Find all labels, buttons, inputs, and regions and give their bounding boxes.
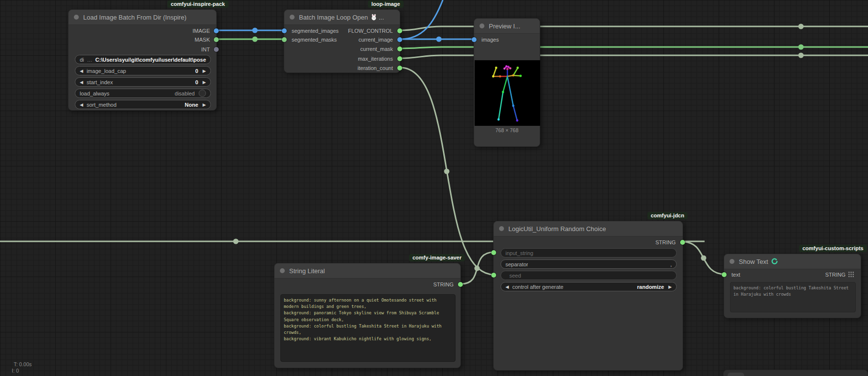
widget-label: load_always [80, 91, 110, 96]
output-slot-max-iterations[interactable] [397, 56, 402, 61]
node-title-bar[interactable]: Batch Image Loop Open ... [284, 10, 400, 25]
node-title: LogicUtil_Uniform Random Choice [508, 225, 606, 233]
input-label-images: images [481, 37, 499, 43]
node-logicutil-uniform-random-choice[interactable]: LogicUtil_Uniform Random Choice STRING i… [493, 221, 683, 371]
widget-value: C:\Users\syui\git\comfyui\user\default\p… [95, 57, 206, 63]
node-pack-badge: loop-image [368, 0, 404, 8]
output-slot-flow-control[interactable] [397, 28, 402, 33]
widget-seed[interactable]: seed [501, 271, 677, 280]
input-slot-text[interactable] [722, 272, 727, 277]
pysssss-snake-icon [771, 258, 778, 265]
node-title-bar[interactable]: String Literal [274, 263, 460, 279]
widget-control-after-generate[interactable]: ◀ control after generate randomize ▶ [501, 282, 677, 291]
show-text-textarea[interactable]: background: colorful bustling Takeshita … [730, 282, 856, 312]
increment-arrow-icon[interactable]: ▶ [203, 69, 206, 73]
collapse-dot-icon[interactable] [730, 259, 734, 264]
widget-label: dire [80, 57, 84, 63]
prev-arrow-icon[interactable]: ◀ [80, 102, 83, 107]
output-slot-iteration-count[interactable] [397, 66, 402, 70]
node-batch-image-loop-open[interactable]: Batch Image Loop Open ... segmented_imag… [284, 9, 400, 73]
node-title: String Literal [289, 267, 325, 275]
widget-label: seed [509, 273, 521, 279]
prev-arrow-icon[interactable]: ◀ [505, 284, 509, 289]
output-label-mask: MASK [195, 37, 210, 43]
input-label-text: text [731, 272, 740, 278]
input-slot-images[interactable] [472, 37, 477, 42]
output-slot-int[interactable] [214, 47, 219, 52]
decrement-arrow-icon[interactable]: ◀ [80, 80, 83, 85]
node-load-image-batch[interactable]: Load Image Batch From Dir (Inspire) IMAG… [68, 9, 217, 111]
widget-value: 0 [195, 68, 198, 74]
widget-label: control after generate [512, 284, 564, 290]
collapse-dot-icon[interactable] [74, 15, 79, 20]
widget-directory[interactable]: dire … C:\Users\syui\git\comfyui\user\de… [75, 55, 211, 64]
pose-skeleton-image [475, 60, 540, 126]
node-title-bar[interactable]: Preview I... [474, 19, 540, 34]
output-slot-mask[interactable] [214, 37, 219, 42]
output-label-string: STRING [433, 282, 454, 287]
node-string-literal[interactable]: String Literal STRING background: sunny … [274, 263, 461, 368]
output-label-string: STRING [655, 239, 676, 245]
node-title-bar[interactable]: Show Text [724, 254, 861, 269]
node-partial-offscreen[interactable] [723, 370, 868, 376]
widget-label: separator [505, 261, 528, 267]
image-resolution-caption: 768 × 768 [474, 127, 540, 133]
output-label-max-iterations: max_iterations [358, 56, 393, 62]
node-title-bar[interactable]: Load Image Batch From Dir (Inspire) [69, 10, 216, 25]
widget-value: 0 [195, 79, 198, 85]
output-slot-string[interactable] [680, 240, 685, 245]
input-slot-segmented-masks[interactable] [282, 37, 287, 42]
collapse-dot-icon[interactable] [499, 226, 504, 231]
widget-sort-method[interactable]: ◀ sort_method None ▶ [75, 100, 211, 109]
toggle-icon[interactable] [199, 90, 206, 97]
widget-image-load-cap[interactable]: ◀ image_load_cap 0 ▶ [75, 66, 211, 75]
node-title: Show Text [739, 258, 768, 265]
widget-value: disabled [175, 91, 195, 96]
widget-label: input_string [505, 250, 533, 256]
node-title: Load Image Batch From Dir (Inspire) [83, 14, 186, 21]
widget-load-always[interactable]: load_always disabled [75, 89, 211, 98]
input-label-segmented-images: segmented_images [292, 28, 339, 34]
node-title-bar[interactable]: LogicUtil_Uniform Random Choice [494, 221, 683, 236]
status-execution-time: T: 0.00s [14, 361, 32, 367]
widget-value: , [670, 261, 672, 267]
widget-label: sort_method [87, 102, 116, 108]
next-arrow-icon[interactable]: ▶ [203, 102, 206, 107]
input-slot-segmented-images[interactable] [282, 28, 287, 33]
collapse-dot-icon[interactable] [280, 268, 285, 273]
widget-value: randomize [637, 284, 664, 290]
output-label-int: INT [201, 47, 210, 52]
node-pack-badge: comfyui-inspire-pack [167, 0, 228, 8]
output-label-string: STRING [825, 272, 854, 278]
node-title-suffix: ... [379, 14, 384, 21]
output-label-current-image: current_image [359, 37, 393, 43]
rabbit-icon [370, 14, 377, 21]
output-label-iteration-count: iteration_count [358, 65, 393, 71]
node-title: Preview I... [489, 23, 520, 30]
widget-start-index[interactable]: ◀ start_index 0 ▶ [75, 77, 211, 87]
output-label-flow-control: FLOW_CONTROL [348, 28, 393, 34]
widget-label: start_index [87, 79, 113, 85]
increment-arrow-icon[interactable]: ▶ [203, 80, 206, 85]
collapse-dot-icon[interactable] [480, 24, 484, 28]
widget-separator[interactable]: separator , [501, 259, 677, 269]
node-pack-badge: comfyui-jdcn [647, 212, 687, 219]
decrement-arrow-icon[interactable]: ◀ [80, 69, 83, 73]
node-show-text[interactable]: Show Text text STRING background: colorf… [724, 254, 861, 318]
input-slot-input-string[interactable] [491, 250, 496, 255]
collapse-dot-icon[interactable] [290, 15, 295, 20]
node-title: Batch Image Loop Open [299, 14, 368, 21]
input-slot-seed[interactable] [491, 273, 496, 278]
widget-input-string[interactable]: input_string [501, 248, 677, 258]
list-output-grid-icon [848, 272, 854, 277]
node-preview-image[interactable]: Preview I... images [474, 18, 540, 147]
string-literal-textarea[interactable]: background: sunny afternoon on a quiet O… [280, 294, 456, 362]
collapsed-widget-pill [728, 373, 744, 376]
output-slot-current-image[interactable] [397, 37, 402, 42]
widget-label: image_load_cap [87, 68, 126, 74]
output-slot-current-mask[interactable] [397, 47, 402, 51]
next-arrow-icon[interactable]: ▶ [668, 284, 672, 289]
output-slot-string[interactable] [458, 282, 463, 287]
output-slot-image[interactable] [214, 28, 219, 33]
output-label-image: IMAGE [193, 28, 210, 34]
